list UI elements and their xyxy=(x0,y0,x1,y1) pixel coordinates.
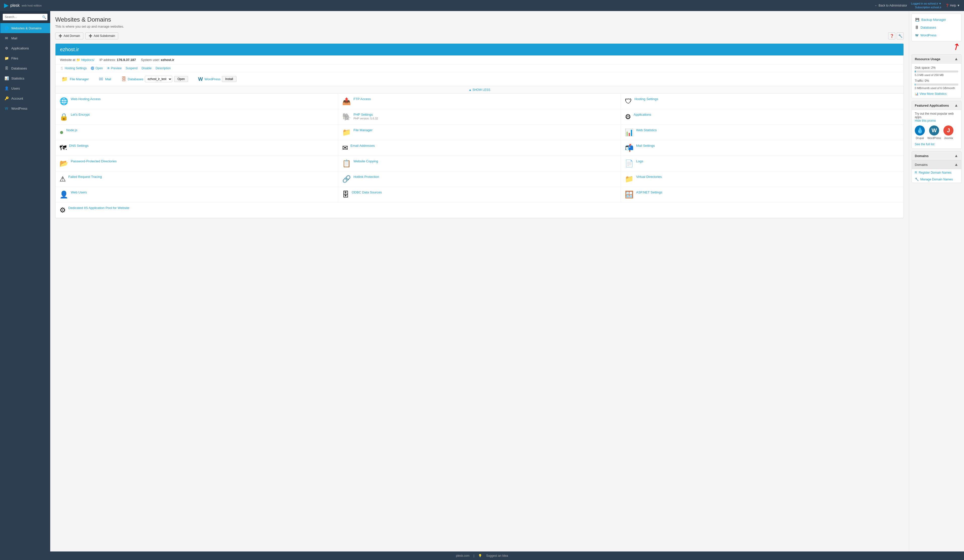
sidebar-item-websites-domains[interactable]: 🌐 Websites & Domains xyxy=(0,23,50,33)
help-icon-button[interactable]: ❓ xyxy=(888,32,895,39)
feature-file-manager[interactable]: 📁 File Manager xyxy=(338,125,621,140)
dedicated-iis-link[interactable]: Dedicated IIS Application Pool for Websi… xyxy=(68,206,129,210)
sidebar-item-databases[interactable]: 🗄 Databases xyxy=(0,63,50,73)
back-to-admin-link[interactable]: ← Back to Administrator xyxy=(874,4,907,7)
file-manager-quick[interactable]: 📁 File Manager xyxy=(59,75,91,84)
register-domain-item[interactable]: R Register Domain Names xyxy=(912,169,961,176)
feature-email-addresses[interactable]: ✉ Email Addresses xyxy=(338,140,621,156)
feature-mail-settings[interactable]: 📬 Mail Settings xyxy=(621,140,904,156)
databases-quick-link[interactable]: Databases xyxy=(128,77,143,81)
sidebar-item-mail[interactable]: ✉ Mail xyxy=(0,33,50,43)
feature-failed-request-tracing[interactable]: ⚠ Failed Request Tracing xyxy=(55,171,338,187)
tools-icon-button[interactable]: 🔧 xyxy=(897,32,904,39)
install-button[interactable]: Install xyxy=(222,76,236,82)
feature-aspnet[interactable]: 🪟 ASP.NET Settings xyxy=(621,187,904,203)
aspnet-link[interactable]: ASP.NET Settings xyxy=(636,190,662,194)
domains-sub-collapse-button[interactable]: ▲ xyxy=(954,162,958,167)
feature-logs[interactable]: 📄 Logs xyxy=(621,156,904,171)
feature-php-settings[interactable]: 🐘 PHP Settings PHP version: 5.6.32 xyxy=(338,109,621,125)
logs-link[interactable]: Logs xyxy=(636,159,643,163)
feature-hotlink-protection[interactable]: 🔗 Hotlink Protection xyxy=(338,171,621,187)
open-link[interactable]: 🌀 Open xyxy=(91,67,103,70)
httpdocs-link[interactable]: httpdocs/ xyxy=(81,58,94,62)
hosting-settings-link[interactable]: 🍴 Hosting Settings xyxy=(60,67,86,70)
feature-dedicated-iis[interactable]: ⚙ Dedicated IIS Application Pool for Web… xyxy=(55,203,904,218)
failed-request-link[interactable]: Failed Request Tracing xyxy=(68,175,102,179)
wordpress-app-item[interactable]: W WordPress xyxy=(927,125,941,140)
suspend-link[interactable]: Suspend xyxy=(125,67,137,70)
plesk-link[interactable]: plesk.com xyxy=(456,554,469,557)
hide-promo-link[interactable]: Hide this promo xyxy=(915,119,936,122)
feature-ftp-access[interactable]: 📤 FTP Access xyxy=(338,94,621,109)
mail-quick-link[interactable]: Mail xyxy=(105,77,111,81)
register-domain-link[interactable]: Register Domain Names xyxy=(918,171,951,174)
drupal-app-item[interactable]: 💧 Drupal xyxy=(915,125,925,140)
db-open-button[interactable]: Open xyxy=(174,76,188,82)
website-copying-link[interactable]: Website Copying xyxy=(353,159,378,163)
hotlink-protection-link[interactable]: Hotlink Protection xyxy=(353,175,379,179)
odbc-link[interactable]: ODBC Data Sources xyxy=(352,190,382,194)
hosting-settings-link2[interactable]: Hosting Settings xyxy=(634,97,658,101)
sidebar-item-files[interactable]: 📁 Files xyxy=(0,53,50,63)
featured-apps-collapse-button[interactable]: ▲ xyxy=(954,103,958,108)
sidebar-item-wordpress[interactable]: W WordPress xyxy=(0,103,50,114)
web-hosting-access-link[interactable]: Web Hosting Access xyxy=(71,97,101,101)
see-full-list-link[interactable]: See the full list xyxy=(912,141,961,149)
help-button[interactable]: ❓ Help ▼ xyxy=(945,4,960,7)
lets-encrypt-link[interactable]: Let's Encrypt xyxy=(71,113,90,117)
web-users-link[interactable]: Web Users xyxy=(71,190,87,194)
feature-dns-settings[interactable]: 🗺 DNS Settings xyxy=(55,140,338,156)
ftp-access-link[interactable]: FTP Access xyxy=(353,97,371,101)
feature-pwd-protected[interactable]: 📂 Password-Protected Directories xyxy=(55,156,338,171)
feature-web-statistics[interactable]: 📊 Web Statistics xyxy=(621,125,904,140)
email-addresses-link[interactable]: Email Addresses xyxy=(350,144,375,148)
feature-lets-encrypt[interactable]: 🔒 Let's Encrypt xyxy=(55,109,338,125)
disable-link[interactable]: Disable xyxy=(142,67,151,70)
feature-nodejs[interactable]: ● Node.js xyxy=(55,125,338,140)
add-domain-button[interactable]: ➕ Add Domain xyxy=(55,32,83,39)
preview-link[interactable]: 👁 Preview xyxy=(107,67,122,70)
resource-usage-collapse-button[interactable]: ▲ xyxy=(954,57,958,61)
feature-odbc[interactable]: 🗄 ODBC Data Sources xyxy=(338,187,621,203)
pwd-protected-link[interactable]: Password-Protected Directories xyxy=(71,159,117,163)
databases-panel-link[interactable]: Databases xyxy=(920,26,936,29)
dns-settings-link[interactable]: DNS Settings xyxy=(69,144,89,148)
sidebar-item-statistics[interactable]: 📊 Statistics xyxy=(0,73,50,83)
wordpress-quick-link[interactable]: WordPress xyxy=(204,77,220,81)
web-statistics-link[interactable]: Web Statistics xyxy=(636,128,657,132)
wordpress-panel-link[interactable]: WordPress xyxy=(920,33,936,37)
feature-web-users[interactable]: 👤 Web Users xyxy=(55,187,338,203)
search-icon-button[interactable]: 🔍 xyxy=(42,15,46,19)
manage-domain-link[interactable]: Manage Domain Names xyxy=(920,178,953,181)
php-settings-link[interactable]: PHP Settings xyxy=(353,113,373,117)
sidebar-item-users[interactable]: 👤 Users xyxy=(0,83,50,93)
virtual-directories-link[interactable]: Virtual Directories xyxy=(636,175,662,179)
mail-quick[interactable]: ✉ Mail xyxy=(96,75,114,84)
suggest-idea-link[interactable]: Suggest an Idea xyxy=(486,554,508,557)
backup-manager-link[interactable]: Backup Manager xyxy=(921,18,946,21)
domains-collapse-button[interactable]: ▲ xyxy=(954,154,958,158)
feature-hosting-settings[interactable]: 🛡 Hosting Settings xyxy=(621,94,904,109)
search-input[interactable] xyxy=(3,13,48,21)
view-more-statistics-link[interactable]: 📊 View More Statistics xyxy=(915,92,958,96)
backup-manager-item[interactable]: 💾 Backup Manager xyxy=(912,16,961,24)
sidebar-item-account[interactable]: ➡ 🔑 Account xyxy=(0,93,50,103)
description-link[interactable]: Description xyxy=(156,67,171,70)
show-less-link[interactable]: ▲ SHOW LESS xyxy=(469,88,490,92)
db-select[interactable]: ezhost_ir_test xyxy=(145,76,172,82)
sidebar-item-applications[interactable]: ⚙ Applications xyxy=(0,43,50,53)
manage-domain-item[interactable]: 🔧 Manage Domain Names xyxy=(912,176,961,183)
feature-virtual-directories[interactable]: 📁 Virtual Directories xyxy=(621,171,904,187)
joomla-app-item[interactable]: J Joomla xyxy=(943,125,953,140)
mail-settings-link[interactable]: Mail Settings xyxy=(636,144,655,148)
applications-feat-link[interactable]: Applications xyxy=(633,113,651,117)
nodejs-link[interactable]: Node.js xyxy=(66,128,77,132)
wordpress-panel-item[interactable]: W WordPress xyxy=(912,31,961,39)
feature-applications[interactable]: ⚙ Applications xyxy=(621,109,904,125)
feature-web-hosting-access[interactable]: 🌐 Web Hosting Access xyxy=(55,94,338,109)
databases-panel-item[interactable]: 🗄 Databases xyxy=(912,24,961,31)
feature-website-copying[interactable]: 📋 Website Copying xyxy=(338,156,621,171)
add-subdomain-button[interactable]: ➕ Add Subdomain xyxy=(85,32,118,39)
file-manager-feat-link[interactable]: File Manager xyxy=(353,128,373,132)
file-manager-link[interactable]: File Manager xyxy=(70,77,89,81)
